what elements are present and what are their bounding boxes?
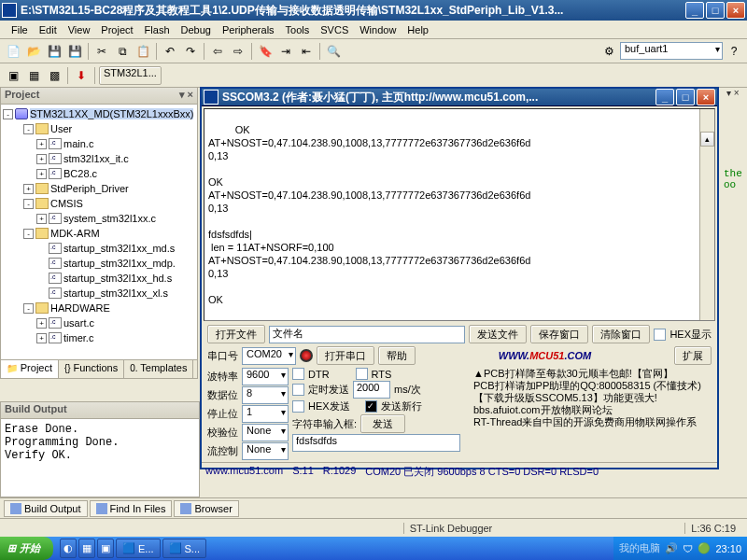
menu-view[interactable]: View	[63, 22, 96, 37]
quicklaunch-3[interactable]: ▣	[97, 539, 114, 558]
indent-icon[interactable]: ⇥	[276, 42, 295, 61]
tray-icon[interactable]: 🛡	[683, 543, 693, 554]
newline-checkbox[interactable]: ✓	[365, 400, 377, 413]
minimize-button[interactable]: _	[685, 2, 704, 19]
paste-icon[interactable]: 📋	[134, 42, 152, 61]
editor-tab[interactable]: STM32L1...	[99, 66, 162, 85]
tree-node[interactable]: +system_stm32l1xx.c	[3, 211, 195, 226]
tree-node[interactable]: +usart.c	[3, 315, 195, 330]
sscom-minimize[interactable]: _	[655, 89, 674, 105]
tab-project[interactable]: 📁 Project	[1, 360, 59, 378]
cut-icon[interactable]: ✂	[92, 42, 111, 61]
rts-checkbox[interactable]	[356, 368, 368, 380]
tree-node[interactable]: +stm32l1xx_it.c	[3, 151, 195, 166]
project-tree[interactable]: -STM32L1XX_MD(STM32L1xxxBxx)-User+main.c…	[1, 105, 197, 357]
tray-icon[interactable]: 🔊	[665, 542, 678, 554]
help-button[interactable]: 帮助	[378, 346, 416, 365]
open-icon[interactable]: 📂	[24, 42, 43, 61]
task-item-1[interactable]: 🟦 E...	[116, 539, 161, 558]
search-combo[interactable]: buf_uart1	[620, 42, 723, 60]
build-icon[interactable]: ▣	[4, 66, 22, 85]
open-port-button[interactable]: 打开串口	[317, 346, 374, 365]
build-all-icon[interactable]: ▩	[45, 66, 63, 85]
tree-node[interactable]: -MDK-ARM	[3, 226, 195, 241]
undo-icon[interactable]: ↶	[161, 42, 179, 61]
send-button[interactable]: 发送	[360, 414, 405, 433]
tray-icon[interactable]: 🟢	[698, 542, 711, 554]
quicklaunch-1[interactable]: ◐	[60, 539, 77, 558]
save-icon[interactable]: 💾	[45, 42, 63, 61]
redo-icon[interactable]: ↷	[181, 42, 200, 61]
tab-browser[interactable]: Browser	[174, 500, 238, 517]
menu-svcs[interactable]: SVCS	[315, 22, 354, 37]
saveall-icon[interactable]: 💾	[65, 42, 84, 61]
expand-button[interactable]: 扩展	[674, 346, 712, 365]
panel-menu-icon[interactable]: ▾ ×	[179, 89, 193, 103]
sscom-close[interactable]: ×	[697, 89, 715, 105]
string-input[interactable]: fdsfsdfds	[292, 434, 460, 452]
start-button[interactable]: ⊞开始	[0, 537, 53, 560]
tree-node[interactable]: -HARDWARE	[3, 301, 195, 315]
terminal-output[interactable]: OK AT+NSOST=0,47.104.238.90,1008,13,7777…	[204, 108, 715, 321]
menu-window[interactable]: Window	[354, 22, 402, 37]
task-item-2[interactable]: 🟦 S...	[162, 539, 207, 558]
tree-node[interactable]: startup_stm32l1xx_xl.s	[3, 286, 195, 301]
stopbits-select[interactable]: 1	[242, 405, 289, 423]
download-icon[interactable]: ⬇	[72, 66, 91, 85]
clear-window-button[interactable]: 清除窗口	[592, 325, 650, 343]
record-icon[interactable]	[300, 349, 313, 362]
tree-node[interactable]: +StdPeriph_Driver	[3, 181, 195, 196]
rebuild-icon[interactable]: ▦	[24, 66, 43, 85]
system-tray[interactable]: 我的电脑 🔊 🛡 🟢 23:10	[613, 537, 747, 560]
outdent-icon[interactable]: ⇤	[297, 42, 316, 61]
menu-help[interactable]: Help	[402, 22, 434, 37]
baud-select[interactable]: 9600	[242, 368, 289, 385]
parity-select[interactable]: None	[242, 424, 289, 441]
find-icon[interactable]: 🔍	[324, 42, 343, 61]
tree-node[interactable]: +timer.c	[3, 330, 195, 345]
scroll-track[interactable]	[700, 169, 714, 321]
tab-templates[interactable]: 0. Templates	[124, 360, 193, 378]
new-icon[interactable]: 📄	[4, 42, 22, 61]
close-button[interactable]: ×	[726, 2, 745, 19]
dtr-checkbox[interactable]	[292, 368, 304, 380]
tree-node[interactable]: -User	[3, 121, 195, 136]
tree-node[interactable]: startup_stm32l1xx_md.s	[3, 241, 195, 256]
tree-node[interactable]: startup_stm32l1xx_mdp.	[3, 256, 195, 271]
send-file-button[interactable]: 发送文件	[469, 325, 527, 343]
com-port-select[interactable]: COM20	[242, 347, 296, 365]
flow-select[interactable]: None	[242, 442, 289, 460]
sscom-maximize[interactable]: □	[676, 89, 695, 105]
scrollbar[interactable]: ▴ ▾	[699, 109, 714, 320]
hex-show-checkbox[interactable]	[654, 329, 666, 341]
maximize-button[interactable]: □	[706, 2, 725, 19]
tree-node[interactable]: +main.c	[3, 136, 195, 151]
scroll-up-icon[interactable]: ▴	[700, 132, 714, 147]
menu-project[interactable]: Project	[95, 22, 138, 37]
menu-flash[interactable]: Flash	[139, 22, 176, 37]
timed-send-checkbox[interactable]	[292, 384, 304, 396]
menu-file[interactable]: File	[6, 22, 34, 37]
nav-back-icon[interactable]: ⇦	[208, 42, 227, 61]
build-text[interactable]: Erase Done. Programming Done. Verify OK.	[1, 419, 199, 466]
save-window-button[interactable]: 保存窗口	[530, 325, 588, 343]
mcu51-link[interactable]: WWW.MCU51.COM	[419, 350, 670, 361]
copy-icon[interactable]: ⧉	[113, 42, 132, 61]
tab-find-in-files[interactable]: Find In Files	[90, 500, 173, 517]
quicklaunch-2[interactable]: ▦	[78, 539, 95, 558]
hex-send-checkbox[interactable]	[292, 400, 304, 413]
config-icon[interactable]: ⚙	[599, 42, 618, 61]
bookmark-icon[interactable]: 🔖	[256, 42, 275, 61]
menu-tools[interactable]: Tools	[280, 22, 316, 37]
nav-fwd-icon[interactable]: ⇨	[229, 42, 247, 61]
sscom-titlebar[interactable]: SSCOM3.2 (作者:聂小猛(丁丁), 主页http://www.mcu51…	[202, 89, 717, 106]
databits-select[interactable]: 8	[242, 386, 289, 404]
menu-peripherals[interactable]: Peripherals	[217, 22, 280, 37]
tab-functions[interactable]: {} Functions	[59, 360, 124, 378]
filename-input[interactable]: 文件名	[269, 326, 465, 343]
open-file-button[interactable]: 打开文件	[207, 325, 265, 343]
tree-node[interactable]: startup_stm32l1xx_hd.s	[3, 271, 195, 286]
tab-build-output[interactable]: Build Output	[4, 500, 88, 517]
close-panel-icon[interactable]: ▾ ×	[726, 88, 743, 101]
help-icon[interactable]: ?	[725, 42, 743, 61]
